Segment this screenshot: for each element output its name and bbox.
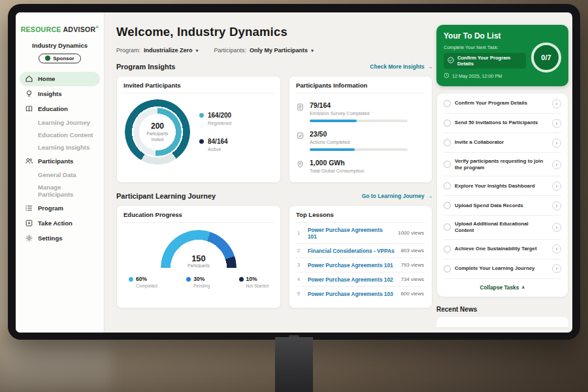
task-item[interactable]: Invite a Collaborator ›: [444, 133, 561, 153]
task-item[interactable]: Upload Additional Educational Content ›: [444, 216, 561, 239]
todo-panel: Your To Do List Complete Your Next Task:…: [436, 25, 568, 86]
check-more-insights-link[interactable]: Check More Insights →: [370, 63, 433, 70]
task-item[interactable]: Complete Your Learning Journey ›: [444, 259, 561, 279]
sponsor-icon: [45, 56, 50, 61]
brand-plus: +: [95, 24, 99, 30]
task-checkbox[interactable]: [444, 120, 451, 127]
sidebar-item-insights[interactable]: Insights: [20, 87, 100, 101]
stat-label: Emission Survey Completed: [310, 110, 425, 116]
sidebar-item-learning-journey[interactable]: Learning Journey: [20, 117, 100, 129]
lightbulb-icon: [25, 90, 33, 98]
book-icon: [25, 105, 33, 113]
task-item[interactable]: Achieve One Sustainability Target ›: [444, 240, 561, 259]
task-item[interactable]: Explore Your Insights Dashboard ›: [444, 176, 561, 196]
lesson-views: 600 views: [400, 291, 424, 297]
stat-emission-survey: 79/164 Emission Survey Completed: [296, 101, 425, 122]
task-checkbox[interactable]: [444, 100, 451, 107]
sidebar-item-general-data[interactable]: General Data: [20, 169, 100, 181]
list-icon: [25, 204, 33, 212]
lesson-rank: 3: [297, 262, 302, 268]
chevron-right-icon[interactable]: ›: [552, 223, 561, 232]
task-label: Upload Spend Data Records: [455, 203, 548, 209]
task-label: Explore Your Insights Dashboard: [455, 183, 548, 189]
task-checkbox[interactable]: [444, 265, 451, 272]
stat-global-consumption: 1,000 GWh Total Global Consumption: [296, 159, 425, 174]
task-label: Send 50 Invitations to Participants: [455, 120, 548, 126]
chevron-right-icon[interactable]: ›: [552, 119, 561, 128]
tasks-card: Confirm Your Program Details › Send 50 I…: [436, 93, 568, 297]
task-checkbox[interactable]: [444, 246, 451, 253]
page-title: Welcome, Industry Dynamics: [116, 25, 435, 39]
progress-fill: [310, 148, 355, 151]
sponsor-badge[interactable]: Sponsor: [39, 54, 80, 63]
chevron-right-icon[interactable]: ›: [552, 264, 561, 273]
legend-item-not-started: 10% Not Started: [239, 276, 269, 288]
sidebar-item-manage-participants[interactable]: Manage Participants: [20, 182, 100, 201]
task-item[interactable]: Upload Spend Data Records ›: [444, 196, 561, 216]
chevron-right-icon[interactable]: ›: [552, 99, 561, 108]
task-item[interactable]: Confirm Your Program Details ›: [444, 94, 561, 114]
lesson-link[interactable]: Power Purchase Agreements 101: [308, 227, 393, 240]
todo-subtitle: Complete Your Next Task:: [444, 44, 526, 50]
task-label: Complete Your Learning Journey: [455, 265, 548, 272]
clock-icon: [444, 73, 449, 80]
survey-icon: [296, 102, 304, 110]
lesson-row: 1 Power Purchase Agreements 101 1000 vie…: [296, 223, 425, 244]
chevron-right-icon[interactable]: ›: [552, 182, 561, 191]
sidebar-item-take-action[interactable]: Take Action: [20, 216, 100, 231]
arrow-right-icon: →: [427, 193, 433, 199]
invited-total-label: Participants Invited: [142, 131, 172, 142]
chevron-right-icon[interactable]: ›: [552, 244, 561, 253]
legend-value: 164/200: [208, 112, 231, 119]
legend-label: Active: [208, 146, 228, 152]
sidebar: RESOURCE ADVISOR+ Industry Dynamics Spon…: [16, 12, 105, 333]
sidebar-item-label: Learning Insights: [38, 144, 90, 151]
todo-due-label: 12 May 2025, 12:00 PM: [452, 73, 502, 79]
sidebar-item-settings[interactable]: Settings: [20, 231, 100, 246]
task-item[interactable]: Send 50 Invitations to Participants ›: [444, 114, 561, 133]
action-box-icon: [25, 219, 33, 227]
chevron-right-icon[interactable]: ›: [552, 201, 561, 210]
lesson-rank: 5: [297, 291, 302, 297]
learning-journey-header: Participant Learning Journey Go to Learn…: [116, 192, 433, 200]
chevron-up-icon: ∧: [521, 285, 525, 290]
lesson-link[interactable]: Power Purchase Agreements 102: [308, 276, 395, 283]
todo-title: Your To Do List: [444, 31, 526, 41]
task-checkbox[interactable]: [444, 139, 451, 146]
lesson-link[interactable]: Power Purchase Agreements 103: [308, 291, 395, 297]
sidebar-item-education[interactable]: Education: [20, 102, 100, 116]
sidebar-item-label: Take Action: [38, 220, 73, 227]
legend-label: Registered: [208, 120, 231, 126]
lesson-link[interactable]: Power Purchase Agreements 101: [308, 262, 395, 269]
todo-progress-value: 0/7: [541, 54, 551, 61]
sidebar-item-label: Education Content: [38, 131, 93, 139]
collapse-tasks-button[interactable]: Collapse Tasks ∧: [444, 279, 561, 296]
insights-cards-row: Invited Participants 200 Participants In…: [116, 76, 433, 183]
next-task-chip[interactable]: Confirm Your Program Details: [444, 53, 526, 69]
task-item[interactable]: Verify participants requesting to join t…: [444, 153, 561, 176]
legend-dot-icon: [129, 277, 133, 282]
task-checkbox[interactable]: [444, 223, 451, 231]
monitor: RESOURCE ADVISOR+ Industry Dynamics Spon…: [8, 4, 580, 340]
task-checkbox[interactable]: [444, 182, 451, 189]
lesson-link[interactable]: Financial Considerations - VPPAs: [308, 248, 395, 254]
todo-due: 12 May 2025, 12:00 PM: [444, 73, 526, 80]
task-checkbox[interactable]: [444, 161, 451, 168]
chevron-right-icon[interactable]: ›: [552, 160, 561, 169]
monitor-stand: [275, 337, 313, 392]
sidebar-item-education-content[interactable]: Education Content: [20, 129, 100, 141]
sidebar-item-program[interactable]: Program: [20, 201, 100, 216]
go-to-learning-journey-link[interactable]: Go to Learning Journey →: [362, 193, 433, 199]
chevron-right-icon[interactable]: ›: [552, 139, 561, 148]
sidebar-item-learning-insights[interactable]: Learning Insights: [20, 142, 100, 154]
program-filter-label: Program:: [116, 47, 140, 54]
sidebar-item-home[interactable]: Home: [20, 72, 100, 86]
sidebar-item-participants[interactable]: Participants: [20, 154, 100, 169]
lesson-rank: 2: [297, 248, 302, 253]
program-filter[interactable]: Program: Industrialize Zero ▾: [116, 47, 199, 54]
sidebar-item-label: Settings: [38, 235, 62, 242]
legend-dot-icon: [186, 277, 191, 282]
collapse-label: Collapse Tasks: [480, 284, 519, 291]
participants-filter[interactable]: Participants: Only My Participants ▾: [214, 47, 314, 54]
task-checkbox[interactable]: [444, 202, 451, 209]
